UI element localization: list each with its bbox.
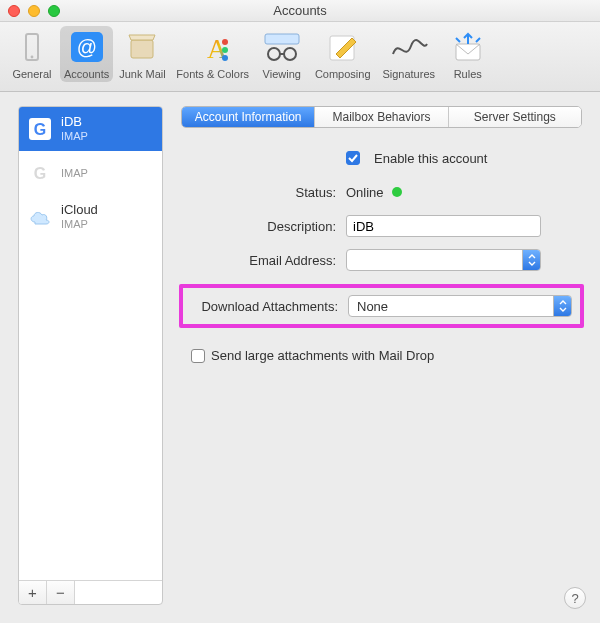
account-type: IMAP	[61, 130, 88, 143]
account-detail-pane: Account Information Mailbox Behaviors Se…	[181, 106, 582, 605]
svg-rect-4	[131, 40, 153, 58]
google-icon: G	[27, 116, 53, 142]
toolbar-label: General	[12, 68, 51, 80]
toolbar-fonts[interactable]: A Fonts & Colors	[172, 26, 254, 82]
titlebar: Accounts	[0, 0, 600, 22]
window-title: Accounts	[0, 3, 600, 18]
add-account-button[interactable]: +	[19, 581, 47, 604]
toolbar-label: Accounts	[64, 68, 109, 80]
tab-account-information[interactable]: Account Information	[182, 107, 315, 127]
svg-text:@: @	[76, 36, 96, 58]
maildrop-label: Send large attachments with Mail Drop	[211, 348, 434, 363]
account-row-idb[interactable]: G iDB IMAP	[19, 107, 162, 151]
trash-icon	[120, 30, 164, 66]
help-button[interactable]: ?	[564, 587, 586, 609]
download-attachments-highlight: Download Attachments: None	[179, 284, 584, 328]
chevron-updown-icon	[522, 250, 540, 270]
account-tabs: Account Information Mailbox Behaviors Se…	[181, 106, 582, 128]
at-sign-icon: @	[65, 30, 109, 66]
toolbar-composing[interactable]: Composing	[310, 26, 376, 82]
compose-icon	[321, 30, 365, 66]
email-label: Email Address:	[181, 253, 346, 268]
toolbar-label: Viewing	[263, 68, 301, 80]
svg-rect-9	[265, 34, 299, 44]
toolbar-label: Signatures	[382, 68, 435, 80]
svg-point-1	[31, 56, 34, 59]
account-row-icloud[interactable]: iCloud IMAP	[19, 195, 162, 239]
toolbar-accounts[interactable]: @ Accounts	[60, 26, 113, 82]
fonts-icon: A	[191, 30, 235, 66]
enable-account-label: Enable this account	[374, 151, 487, 166]
rules-icon	[446, 30, 490, 66]
description-input[interactable]	[346, 215, 541, 237]
toolbar-label: Rules	[454, 68, 482, 80]
download-label: Download Attachments:	[183, 299, 348, 314]
status-online-icon	[392, 187, 402, 197]
download-attachments-select[interactable]: None	[348, 295, 572, 317]
toolbar-junk[interactable]: Junk Mail	[115, 26, 169, 82]
phone-icon	[10, 30, 54, 66]
maildrop-checkbox[interactable]	[191, 349, 205, 363]
status-value: Online	[346, 185, 384, 200]
svg-text:G: G	[34, 121, 46, 138]
description-label: Description:	[181, 219, 346, 234]
remove-account-button[interactable]: −	[47, 581, 75, 604]
download-attachments-value: None	[357, 299, 388, 314]
preferences-toolbar: General @ Accounts Junk Mail A Fonts & C…	[0, 22, 600, 92]
help-icon: ?	[571, 591, 578, 606]
icloud-icon	[27, 204, 53, 230]
toolbar-general[interactable]: General	[6, 26, 58, 82]
account-name: iCloud	[61, 203, 98, 218]
svg-point-6	[222, 39, 228, 45]
glasses-icon	[260, 30, 304, 66]
toolbar-label: Junk Mail	[119, 68, 165, 80]
svg-point-10	[268, 48, 280, 60]
tab-server-settings[interactable]: Server Settings	[449, 107, 581, 127]
enable-account-checkbox[interactable]	[346, 151, 360, 165]
account-type: IMAP	[61, 218, 98, 231]
toolbar-label: Fonts & Colors	[176, 68, 249, 80]
toolbar-signatures[interactable]: Signatures	[378, 26, 440, 82]
toolbar-rules[interactable]: Rules	[442, 26, 494, 82]
signature-icon	[387, 30, 431, 66]
account-row-2[interactable]: G IMAP	[19, 151, 162, 195]
svg-point-8	[222, 55, 228, 61]
svg-point-11	[284, 48, 296, 60]
svg-point-7	[222, 47, 228, 53]
account-name: iDB	[61, 115, 88, 130]
toolbar-label: Composing	[315, 68, 371, 80]
toolbar-viewing[interactable]: Viewing	[256, 26, 308, 82]
status-label: Status:	[181, 185, 346, 200]
account-type: IMAP	[61, 167, 88, 180]
tab-mailbox-behaviors[interactable]: Mailbox Behaviors	[315, 107, 448, 127]
google-icon: G	[27, 160, 53, 186]
email-select[interactable]	[346, 249, 541, 271]
svg-text:G: G	[34, 165, 46, 182]
chevron-updown-icon	[553, 296, 571, 316]
accounts-sidebar: G iDB IMAP G IMAP	[18, 106, 163, 605]
